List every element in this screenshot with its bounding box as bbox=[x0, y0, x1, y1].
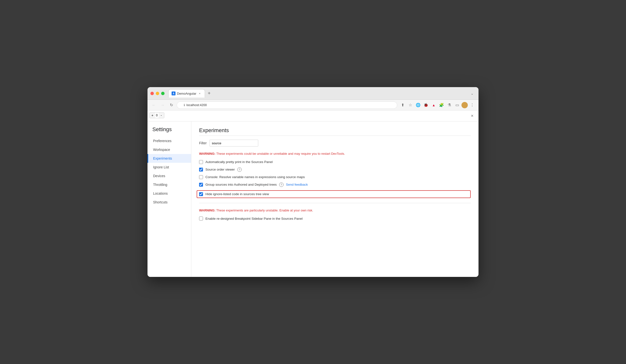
warning-1-label: WARNING: bbox=[199, 152, 215, 155]
traffic-lights bbox=[151, 92, 164, 95]
puzzle-icon[interactable]: 🧩 bbox=[438, 102, 445, 109]
experiment-source-order-checkbox[interactable] bbox=[199, 168, 203, 172]
new-tab-button[interactable]: + bbox=[206, 90, 213, 97]
address-bar[interactable]: ℹ localhost:4200 bbox=[177, 102, 397, 109]
experiment-breakpoint-sidebar: Enable re-designed Breakpoint Sidebar Pa… bbox=[199, 217, 471, 220]
section-divider bbox=[199, 203, 471, 203]
tab-title: DemoAngular bbox=[177, 92, 196, 95]
settings-overlay: × Settings Preferences Workspace Experim… bbox=[148, 110, 478, 277]
settings-close-button[interactable]: × bbox=[469, 112, 475, 119]
tab-close-button[interactable]: × bbox=[198, 91, 202, 95]
experiment-hide-ignore-label: Hide ignore-listed code in sources tree … bbox=[205, 192, 269, 196]
experiment-group-sources-checkbox[interactable] bbox=[199, 183, 203, 187]
warning-2-text: These experiments are particularly unsta… bbox=[216, 209, 313, 212]
profile-avatar[interactable] bbox=[462, 102, 468, 108]
sidebar-item-preferences[interactable]: Preferences bbox=[148, 137, 191, 145]
share-icon[interactable]: ⬆ bbox=[399, 102, 406, 109]
experiment-pretty-print-label: Automatically pretty print in the Source… bbox=[205, 160, 273, 164]
layout-icon[interactable]: ▭ bbox=[454, 102, 461, 109]
address-url: localhost:4200 bbox=[187, 103, 207, 107]
filter-input[interactable] bbox=[210, 140, 258, 146]
counter-minus-button[interactable]: - bbox=[159, 113, 164, 118]
earth-icon[interactable]: 🌐 bbox=[415, 102, 422, 109]
bookmark-icon[interactable]: ☆ bbox=[407, 102, 414, 109]
close-window-button[interactable] bbox=[151, 92, 154, 95]
sidebar-item-throttling[interactable]: Throttling bbox=[148, 180, 191, 189]
toolbar-actions: ⬆ ☆ 🌐 🐞 ▲ 🧩 ⚗ ▭ ⋮ bbox=[399, 102, 475, 109]
address-security-icon: ℹ bbox=[184, 103, 185, 107]
browser-content: + 0 - × Settings Preferences Workspace E… bbox=[148, 110, 478, 277]
warning-1: WARNING: These experiments could be unst… bbox=[199, 151, 471, 156]
experiment-pretty-print: Automatically pretty print in the Source… bbox=[199, 160, 471, 164]
browser-window: A DemoAngular × + ⌄ ← → ↻ ℹ localhost:42… bbox=[148, 87, 478, 277]
minimize-window-button[interactable] bbox=[156, 92, 159, 95]
reload-button[interactable]: ↻ bbox=[168, 102, 175, 109]
experiment-console-resolve-checkbox[interactable] bbox=[199, 175, 203, 179]
counter-value: 0 bbox=[155, 114, 159, 117]
tab-bar: A DemoAngular × + bbox=[168, 89, 467, 98]
warning-1-text: These experiments could be unstable or u… bbox=[216, 152, 345, 155]
sidebar-item-shortcuts[interactable]: Shortcuts bbox=[148, 198, 191, 207]
sidebar-item-locations[interactable]: Locations bbox=[148, 189, 191, 198]
active-tab[interactable]: A DemoAngular × bbox=[168, 89, 205, 98]
sidebar-item-devices[interactable]: Devices bbox=[148, 172, 191, 180]
settings-sidebar: Settings Preferences Workspace Experimen… bbox=[148, 121, 191, 277]
sidebar-item-workspace[interactable]: Workspace bbox=[148, 145, 191, 154]
experiment-console-resolve: Console: Resolve variable names in expre… bbox=[199, 175, 471, 179]
settings-body: Settings Preferences Workspace Experimen… bbox=[148, 121, 478, 277]
experiment-pretty-print-checkbox[interactable] bbox=[199, 160, 203, 164]
experiment-hide-ignore: Hide ignore-listed code in sources tree … bbox=[197, 190, 471, 198]
sidebar-item-ignore-list[interactable]: Ignore List bbox=[148, 163, 191, 172]
maximize-window-button[interactable] bbox=[161, 92, 164, 95]
devtools-counter: + 0 - bbox=[150, 112, 164, 118]
tab-favicon: A bbox=[172, 91, 175, 95]
filter-label: Filter bbox=[199, 141, 207, 145]
settings-sidebar-title: Settings bbox=[148, 126, 191, 137]
experiment-group-sources: Group sources into Authored and Deployed… bbox=[199, 182, 471, 187]
browser-titlebar: A DemoAngular × + ⌄ bbox=[148, 87, 478, 100]
sidebar-item-experiments[interactable]: Experiments bbox=[148, 154, 191, 163]
send-feedback-link[interactable]: Send feedback bbox=[286, 183, 308, 186]
browser-toolbar: ← → ↻ ℹ localhost:4200 ⬆ ☆ 🌐 🐞 ▲ 🧩 ⚗ ▭ ⋮ bbox=[148, 100, 478, 110]
experiment-group-sources-label: Group sources into Authored and Deployed… bbox=[205, 183, 277, 186]
extensions-bug-icon[interactable]: 🐞 bbox=[423, 102, 429, 109]
experiment-source-order: Source order viewer ? bbox=[199, 167, 471, 172]
forward-button[interactable]: → bbox=[159, 102, 166, 109]
menu-icon[interactable]: ⋮ bbox=[469, 102, 475, 109]
experiment-breakpoint-sidebar-label: Enable re-designed Breakpoint Sidebar Pa… bbox=[205, 217, 303, 220]
counter-widget: + 0 - bbox=[150, 112, 164, 118]
experiment-console-resolve-label: Console: Resolve variable names in expre… bbox=[205, 175, 305, 179]
warning-2: WARNING: These experiments are particula… bbox=[199, 208, 471, 213]
settings-main: Experiments Filter WARNING: These experi… bbox=[191, 121, 478, 277]
group-sources-help-icon[interactable]: ? bbox=[279, 182, 283, 187]
section-title: Experiments bbox=[199, 127, 471, 136]
source-order-help-icon[interactable]: ? bbox=[237, 167, 242, 172]
window-menu-button[interactable]: ⌄ bbox=[469, 90, 475, 97]
flask-icon[interactable]: ⚗ bbox=[446, 102, 453, 109]
settings-header-bar: × bbox=[148, 110, 478, 121]
warning-2-label: WARNING: bbox=[199, 209, 215, 212]
counter-plus-button[interactable]: + bbox=[150, 113, 155, 118]
experiment-hide-ignore-checkbox[interactable] bbox=[199, 192, 203, 196]
angular-icon[interactable]: ▲ bbox=[430, 102, 437, 109]
experiment-source-order-label: Source order viewer bbox=[205, 168, 235, 171]
filter-row: Filter bbox=[199, 140, 471, 146]
back-button[interactable]: ← bbox=[151, 102, 157, 109]
experiment-breakpoint-sidebar-checkbox[interactable] bbox=[199, 217, 203, 220]
